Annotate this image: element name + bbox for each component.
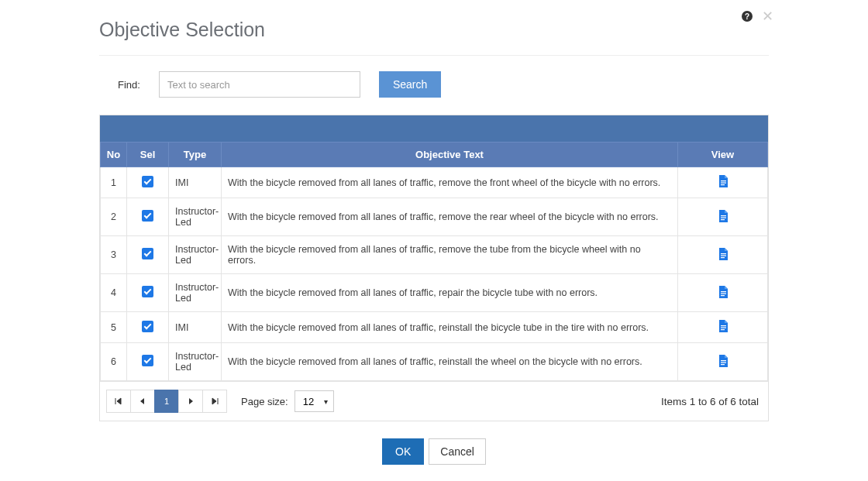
svg-rect-17 bbox=[721, 364, 725, 365]
svg-rect-16 bbox=[721, 362, 726, 362]
cell-type: Instructor-Led bbox=[169, 236, 222, 274]
row-checkbox[interactable] bbox=[142, 210, 153, 222]
cell-no: 4 bbox=[101, 274, 127, 312]
footer-buttons: OK Cancel bbox=[99, 421, 769, 468]
cell-sel bbox=[127, 343, 169, 381]
row-checkbox[interactable] bbox=[142, 176, 153, 187]
cell-text: With the bicycle removed from all lanes … bbox=[222, 236, 678, 274]
pager-next-button[interactable] bbox=[178, 390, 203, 413]
find-label: Find: bbox=[118, 79, 140, 91]
page-size-select[interactable]: 12 bbox=[294, 390, 334, 412]
view-doc-icon[interactable] bbox=[718, 355, 728, 367]
row-checkbox[interactable] bbox=[142, 321, 153, 332]
cell-type: IMI bbox=[169, 167, 222, 198]
th-sel[interactable]: Sel bbox=[127, 143, 169, 167]
cell-sel bbox=[127, 312, 169, 343]
help-icon[interactable]: ? bbox=[742, 11, 753, 22]
table-container: No Sel Type Objective Text View 1IMIWith… bbox=[99, 115, 769, 421]
svg-rect-12 bbox=[721, 325, 726, 326]
view-doc-icon[interactable] bbox=[718, 320, 728, 332]
svg-rect-1 bbox=[721, 183, 726, 184]
cell-type: Instructor-Led bbox=[169, 198, 222, 236]
table-row: 5IMIWith the bicycle removed from all la… bbox=[101, 312, 768, 343]
cell-type: Instructor-Led bbox=[169, 274, 222, 312]
svg-rect-0 bbox=[721, 180, 726, 181]
row-checkbox[interactable] bbox=[142, 355, 153, 366]
table-row: 1IMIWith the bicycle removed from all la… bbox=[101, 167, 768, 198]
search-button[interactable]: Search bbox=[379, 71, 441, 98]
cell-view bbox=[678, 343, 768, 381]
table-row: 2Instructor-LedWith the bicycle removed … bbox=[101, 198, 768, 236]
cell-sel bbox=[127, 167, 169, 198]
view-doc-icon[interactable] bbox=[718, 210, 728, 222]
svg-rect-5 bbox=[721, 219, 725, 220]
pager: 1 Page size: 12 Items 1 to 6 of 6 total bbox=[100, 381, 768, 421]
cell-text: With the bicycle removed from all lanes … bbox=[222, 343, 678, 381]
close-icon[interactable]: ✕ bbox=[762, 9, 773, 23]
svg-rect-10 bbox=[721, 293, 726, 294]
cell-type: IMI bbox=[169, 312, 222, 343]
row-checkbox[interactable] bbox=[142, 248, 153, 259]
view-doc-icon[interactable] bbox=[718, 175, 728, 187]
pager-prev-button[interactable] bbox=[130, 390, 155, 413]
cell-text: With the bicycle removed from all lanes … bbox=[222, 274, 678, 312]
svg-rect-11 bbox=[721, 295, 725, 296]
cell-text: With the bicycle removed from all lanes … bbox=[222, 198, 678, 236]
pager-first-button[interactable] bbox=[106, 390, 131, 413]
svg-rect-2 bbox=[721, 184, 725, 185]
cell-sel bbox=[127, 198, 169, 236]
table-row: 6Instructor-LedWith the bicycle removed … bbox=[101, 343, 768, 381]
objectives-table: No Sel Type Objective Text View 1IMIWith… bbox=[100, 142, 768, 381]
svg-rect-14 bbox=[721, 329, 725, 330]
view-doc-icon[interactable] bbox=[718, 286, 728, 298]
cell-sel bbox=[127, 236, 169, 274]
search-row: Find: Search bbox=[99, 56, 769, 115]
pager-page-1[interactable]: 1 bbox=[154, 390, 179, 413]
page-size-label: Page size: bbox=[241, 396, 288, 407]
svg-rect-4 bbox=[721, 217, 726, 218]
cell-view bbox=[678, 167, 768, 198]
cell-no: 1 bbox=[101, 167, 127, 198]
table-row: 3Instructor-LedWith the bicycle removed … bbox=[101, 236, 768, 274]
cell-view bbox=[678, 198, 768, 236]
svg-rect-15 bbox=[721, 360, 726, 361]
cancel-button[interactable]: Cancel bbox=[429, 438, 486, 465]
view-doc-icon[interactable] bbox=[718, 248, 728, 260]
cell-text: With the bicycle removed from all lanes … bbox=[222, 167, 678, 198]
svg-rect-8 bbox=[721, 257, 725, 258]
cell-no: 5 bbox=[101, 312, 127, 343]
svg-rect-6 bbox=[721, 253, 726, 254]
cell-view bbox=[678, 312, 768, 343]
th-no[interactable]: No bbox=[101, 143, 127, 167]
row-checkbox[interactable] bbox=[142, 286, 153, 297]
pager-last-button[interactable] bbox=[202, 390, 227, 413]
cell-view bbox=[678, 236, 768, 274]
cell-no: 3 bbox=[101, 236, 127, 274]
table-band bbox=[100, 115, 768, 142]
table-row: 4Instructor-LedWith the bicycle removed … bbox=[101, 274, 768, 312]
svg-rect-3 bbox=[721, 215, 726, 216]
svg-rect-13 bbox=[721, 328, 726, 328]
cell-no: 2 bbox=[101, 198, 127, 236]
th-type[interactable]: Type bbox=[169, 143, 222, 167]
objective-selection-modal: ? ✕ Objective Selection Find: Search bbox=[0, 0, 868, 477]
cell-sel bbox=[127, 274, 169, 312]
th-view[interactable]: View bbox=[678, 143, 768, 167]
items-info: Items 1 to 6 of 6 total bbox=[661, 396, 762, 407]
cell-text: With the bicycle removed from all lanes … bbox=[222, 312, 678, 343]
svg-rect-7 bbox=[721, 255, 726, 256]
cell-type: Instructor-Led bbox=[169, 343, 222, 381]
search-input[interactable] bbox=[159, 71, 360, 98]
ok-button[interactable]: OK bbox=[382, 438, 424, 465]
cell-view bbox=[678, 274, 768, 312]
modal-title: Objective Selection bbox=[99, 9, 769, 56]
th-text[interactable]: Objective Text bbox=[222, 143, 678, 167]
cell-no: 6 bbox=[101, 343, 127, 381]
svg-rect-9 bbox=[721, 291, 726, 292]
